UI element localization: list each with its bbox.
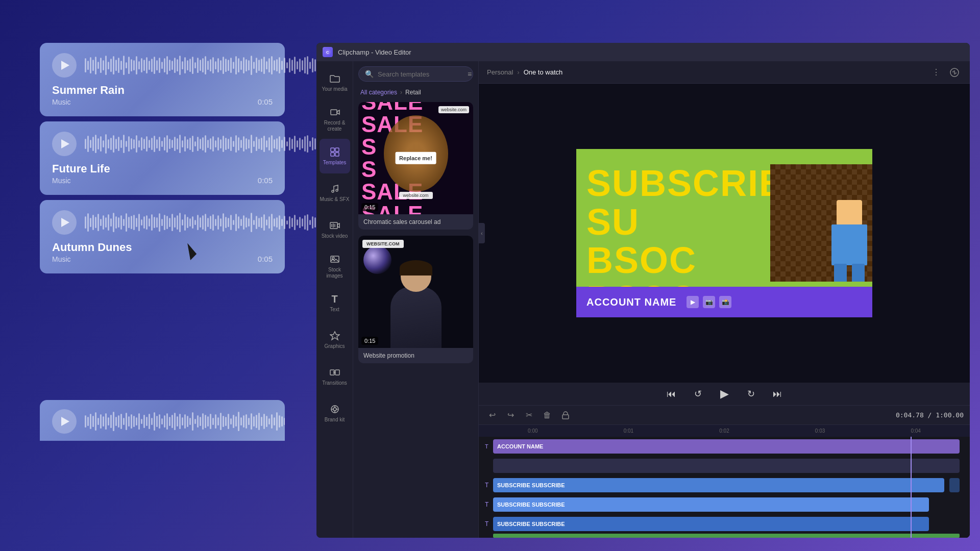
more-options-button[interactable]: ⋮ (929, 65, 943, 80)
music-card-future-life[interactable]: Future Life Music 0:05 (40, 121, 285, 195)
track-block-account-name[interactable]: ACCOUNT NAME (493, 439, 960, 454)
track-label-account-name: ACCOUNT NAME (497, 443, 543, 449)
track-text-icon-2: T (485, 482, 488, 489)
title-bar: C Clipchamp - Video Editor (316, 43, 970, 61)
fast-forward-button[interactable]: ↻ (743, 386, 759, 402)
template-name-1: Chromatic sales carousel ad (358, 214, 473, 230)
track-text-icon-3: T (485, 501, 488, 508)
svg-rect-16 (330, 370, 334, 375)
collapse-handle[interactable]: ‹ (479, 223, 485, 243)
play-button-future-life[interactable] (52, 132, 77, 156)
track-row-account-name: T ACCOUNT NAME (479, 437, 970, 456)
preview-account-bar: ACCOUNT NAME ▶ 📷 📸 (576, 287, 872, 317)
card-subtitle-future-life: Music (52, 177, 110, 185)
website-top-badge: website.com (438, 106, 469, 113)
search-input[interactable] (378, 70, 463, 78)
sidebar-item-music[interactable]: Music & SFX (320, 176, 350, 210)
undo-button[interactable]: ↩ (485, 408, 499, 422)
svg-rect-4 (335, 148, 339, 152)
website-header-badge: WEBSITE.COM (362, 240, 404, 248)
card-subtitle-autumn-dunes: Music (52, 255, 132, 263)
play-button-summer-rain[interactable] (52, 53, 77, 78)
music-card-partial (40, 400, 285, 441)
record-icon (329, 107, 340, 118)
cut-button[interactable]: ✂ (522, 408, 536, 422)
lock-button[interactable] (558, 408, 573, 422)
social-icons: ▶ 📷 📸 (687, 296, 731, 308)
waveform-summer-rain (85, 55, 341, 76)
svg-point-8 (336, 189, 338, 191)
sidebar-label-record: Record & create (320, 120, 350, 132)
track-row-empty (479, 456, 970, 475)
timeline-ruler: 0:00 0:01 0:02 0:03 0:04 (479, 424, 970, 437)
play-pause-button[interactable]: ▶ (716, 386, 732, 402)
template-name-2: Website promotion (358, 348, 473, 363)
editor-panel: Personal › One to watch ⋮ (479, 61, 970, 538)
sidebar-item-stock-video[interactable]: Stock video (320, 212, 350, 247)
card-duration-autumn-dunes: 0:05 (258, 255, 273, 263)
clipchamp-window: C Clipchamp - Video Editor Your media (316, 43, 970, 538)
redo-button[interactable]: ↪ (503, 408, 518, 422)
ruler-tick-4: 0:04 (868, 428, 964, 434)
play-button-partial[interactable] (52, 409, 77, 434)
ruler-tick-3: 0:03 (772, 428, 868, 434)
app-title: Clipchamp - Video Editor (338, 48, 411, 56)
templates-list: SALE SALE S S SALE SALE Replace me! webs… (353, 100, 478, 538)
breadcrumb-all-categories[interactable]: All categories (360, 89, 397, 96)
sidebar-item-templates[interactable]: Templates (320, 139, 350, 173)
breadcrumb: All categories › Retail (353, 87, 478, 100)
sidebar-item-record[interactable]: Record & create (320, 102, 350, 137)
text-icon: T (329, 293, 340, 305)
svg-rect-3 (331, 148, 334, 152)
filter-icon[interactable]: ≡ (468, 70, 472, 78)
rewind-button[interactable]: ↺ (690, 386, 706, 402)
transitions-icon (329, 367, 340, 378)
sidebar-label-stock-video: Stock video (322, 233, 348, 239)
skip-back-button[interactable]: ⏮ (663, 386, 679, 402)
template-card-website-promo[interactable]: WEBSITE.COM 0:15 Website promotion (358, 236, 473, 363)
sidebar-label-templates: Templates (323, 160, 347, 166)
search-icon: 🔍 (365, 70, 374, 78)
svg-point-7 (332, 190, 334, 192)
editor-header-actions: ⋮ (929, 65, 962, 80)
template-card-chromatic-sales[interactable]: SALE SALE S S SALE SALE Replace me! webs… (358, 102, 473, 230)
track-block-subscribe-1[interactable]: SUBSCRIBE SUBSCRIBE (493, 478, 944, 492)
delete-button[interactable]: 🗑 (540, 408, 554, 422)
music-cards-panel: Summer Rain Music 0:05 Future Life Music… (40, 43, 285, 273)
breadcrumb-editor: Personal › One to watch (487, 68, 562, 76)
svg-rect-25 (562, 415, 569, 419)
svg-rect-6 (335, 153, 339, 156)
ruler-tick-1: 0:01 (581, 428, 677, 434)
music-card-summer-rain[interactable]: Summer Rain Music 0:05 (40, 43, 285, 116)
svg-marker-15 (330, 332, 339, 340)
track-block-subscribe-2[interactable]: SUBSCRIBE SUBSCRIBE (493, 497, 929, 512)
ruler-tick-2: 0:02 (676, 428, 772, 434)
playhead[interactable] (911, 437, 912, 538)
sidebar-item-brand[interactable]: Brand kit (320, 396, 350, 431)
sidebar-item-graphics[interactable]: Graphics (320, 322, 350, 357)
website-bottom-badge: website.com (399, 192, 432, 199)
play-icon-3 (61, 218, 69, 227)
play-button-autumn-dunes[interactable] (52, 210, 77, 235)
instagram-icon: 📷 (703, 296, 715, 308)
share-button[interactable] (947, 65, 962, 80)
account-name-text: ACCOUNT NAME (586, 296, 676, 308)
sidebar-label-text: Text (330, 307, 339, 313)
sidebar-item-your-media[interactable]: Your media (320, 65, 350, 100)
sidebar-item-stock-images[interactable]: Stock images (320, 249, 350, 284)
track-block-subscribe-3[interactable]: SUBSCRIBE SUBSCRIBE (493, 517, 929, 531)
card-subtitle-summer-rain: Music (52, 98, 125, 106)
breadcrumb-separator: › (400, 89, 402, 96)
track-label-subscribe-1: SUBSCRIBE SUBSCRIBE (497, 482, 565, 488)
bc-personal[interactable]: Personal (487, 68, 513, 76)
play-icon (61, 61, 69, 70)
skip-forward-button[interactable]: ⏭ (769, 386, 786, 402)
search-bar[interactable]: 🔍 ≡ (358, 66, 473, 82)
replace-me-badge: Replace me! (395, 152, 436, 164)
svg-text:C: C (326, 50, 329, 55)
sidebar-item-transitions[interactable]: Transitions (320, 359, 350, 394)
sidebar-item-text[interactable]: T Text (320, 286, 350, 320)
preview-container: SUBSCRIBE SUBSOCBSOCBSOC (576, 149, 872, 317)
sidebar-label-music: Music & SFX (320, 196, 350, 203)
music-card-autumn-dunes[interactable]: Autumn Dunes Music 0:05 (40, 200, 285, 273)
